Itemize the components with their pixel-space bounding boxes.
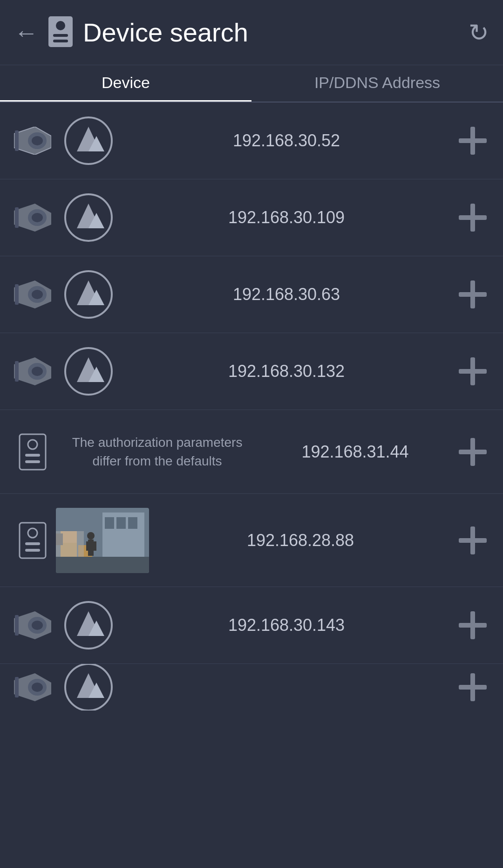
svg-point-80 [32,683,43,692]
ip-address-text: 192.168.30.52 [121,131,452,150]
ip-address-text: 192.168.28.88 [149,531,452,550]
add-device-button[interactable] [452,278,494,311]
svg-point-1 [56,21,65,30]
ip-address-text: 192.168.30.132 [121,362,452,381]
add-device-button[interactable] [452,671,494,704]
svg-point-26 [32,290,43,299]
svg-rect-67 [459,538,487,543]
camera-icon [9,357,56,385]
svg-rect-76 [459,623,487,628]
refresh-button[interactable]: ↻ [469,19,489,47]
svg-rect-3 [53,40,68,42]
svg-point-60 [87,532,95,540]
camera-icon [9,127,56,155]
add-device-button[interactable] [452,355,494,388]
svg-rect-31 [459,292,487,297]
device-row[interactable]: 192.168.30.109 [0,179,503,256]
svg-rect-50 [25,549,40,552]
ip-address-text: 192.168.31.44 [258,442,452,462]
ip-address-text: 192.168.30.109 [121,208,452,227]
svg-rect-22 [459,215,487,220]
camera-icon [9,280,56,308]
add-device-button[interactable] [452,609,494,642]
mountain-status-icon [56,600,121,651]
svg-rect-63 [92,541,96,551]
device-list: 192.168.30.52 192.168.30.109 [0,103,503,711]
tab-device[interactable]: Device [0,65,252,102]
app-header: ← Device search ↻ [0,0,503,65]
svg-point-8 [32,136,43,145]
ip-address-text: 192.168.30.63 [121,285,452,304]
camera-thumbnail [56,508,149,573]
device-row[interactable]: 192.168.30.132 [0,333,503,410]
device-row[interactable]: 192.168.30.143 [0,587,503,664]
svg-point-71 [32,621,43,630]
svg-rect-24 [15,284,19,305]
add-device-button[interactable] [452,436,494,468]
ip-address-text: 192.168.30.143 [121,615,452,635]
device-row[interactable]: 192.168.30.63 [0,256,503,333]
svg-rect-13 [459,138,487,143]
svg-rect-15 [15,207,19,228]
tab-bar: Device IP/DDNS Address [0,65,503,103]
device-row[interactable]: 192.168.28.88 [0,494,503,587]
header-device-icon [48,15,74,50]
add-device-button[interactable] [452,524,494,557]
svg-rect-33 [15,361,19,382]
add-device-button[interactable] [452,124,494,157]
device-row[interactable] [0,664,503,711]
mountain-status-icon [56,269,121,320]
svg-rect-40 [459,369,487,374]
nvr-icon [9,522,56,559]
auth-warning-text: The authorization parameters differ from… [61,433,254,470]
auth-warning-container: The authorization parameters differ from… [56,433,258,470]
svg-point-48 [28,528,37,538]
svg-rect-55 [128,517,137,529]
svg-point-17 [32,213,43,222]
svg-rect-53 [105,517,114,529]
mountain-status-icon [56,192,121,243]
svg-rect-56 [56,557,149,573]
mountain-status-icon [56,664,121,711]
back-button[interactable]: ← [14,19,38,47]
svg-rect-65 [56,533,63,545]
mountain-status-icon [56,115,121,166]
nvr-icon [9,433,56,471]
camera-icon [9,611,56,639]
camera-icon [9,673,56,701]
svg-rect-69 [15,615,19,636]
svg-rect-44 [25,460,40,463]
svg-point-35 [32,367,43,376]
svg-rect-62 [86,541,91,551]
add-device-button[interactable] [452,201,494,234]
svg-rect-54 [116,517,126,529]
page-title: Device search [83,17,469,48]
svg-rect-43 [25,454,40,457]
svg-rect-6 [15,130,19,151]
mountain-status-icon [56,346,121,397]
svg-rect-2 [53,34,68,37]
svg-rect-49 [25,542,40,545]
device-row[interactable]: 192.168.30.52 [0,103,503,179]
tab-ip-ddns[interactable]: IP/DDNS Address [252,65,503,102]
camera-icon [9,204,56,232]
svg-rect-0 [48,16,73,47]
svg-rect-46 [459,450,487,454]
device-row[interactable]: The authorization parameters differ from… [0,410,503,494]
svg-rect-78 [15,677,19,697]
svg-point-42 [28,440,37,449]
svg-rect-85 [459,685,487,690]
